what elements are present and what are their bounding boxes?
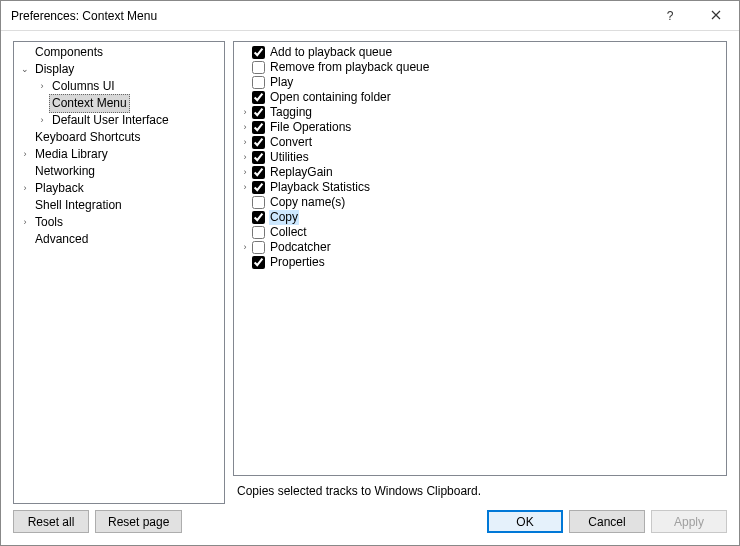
- tree-item[interactable]: Networking: [18, 163, 224, 180]
- tree-item-label: Tools: [32, 214, 66, 231]
- menu-item-checkbox[interactable]: [252, 181, 265, 194]
- menu-item-checkbox[interactable]: [252, 46, 265, 59]
- menu-item-label: Tagging: [269, 105, 313, 120]
- menu-item-label: ReplayGain: [269, 165, 334, 180]
- menu-item[interactable]: ›Utilities: [238, 150, 726, 165]
- chevron-down-icon[interactable]: ⌄: [18, 61, 32, 78]
- menu-item-label: Convert: [269, 135, 313, 150]
- menu-item-checkbox[interactable]: [252, 196, 265, 209]
- menu-item-checkbox[interactable]: [252, 211, 265, 224]
- chevron-right-icon[interactable]: ›: [18, 146, 32, 163]
- chevron-right-icon[interactable]: ›: [238, 135, 252, 150]
- help-button[interactable]: ?: [647, 1, 693, 31]
- chevron-right-icon[interactable]: ›: [238, 120, 252, 135]
- window-title: Preferences: Context Menu: [11, 9, 157, 23]
- menu-item-checkbox[interactable]: [252, 91, 265, 104]
- menu-item-checkbox[interactable]: [252, 151, 265, 164]
- cancel-button[interactable]: Cancel: [569, 510, 645, 533]
- menu-item[interactable]: Remove from playback queue: [238, 60, 726, 75]
- button-bar: Reset all Reset page OK Cancel Apply: [1, 504, 739, 545]
- menu-item-label: Collect: [269, 225, 308, 240]
- menu-item-checkbox[interactable]: [252, 106, 265, 119]
- menu-item-checkbox[interactable]: [252, 121, 265, 134]
- menu-item-checkbox[interactable]: [252, 256, 265, 269]
- settings-column: Add to playback queueRemove from playbac…: [233, 41, 727, 504]
- menu-item[interactable]: Properties: [238, 255, 726, 270]
- content-area: Components⌄Display›Columns UIContext Men…: [1, 31, 739, 504]
- chevron-right-icon[interactable]: ›: [238, 240, 252, 255]
- apply-button[interactable]: Apply: [651, 510, 727, 533]
- menu-item[interactable]: Copy name(s): [238, 195, 726, 210]
- tree-item[interactable]: Keyboard Shortcuts: [18, 129, 224, 146]
- tree-item[interactable]: ›Tools: [18, 214, 224, 231]
- menu-item[interactable]: Open containing folder: [238, 90, 726, 105]
- tree-item-label: Media Library: [32, 146, 111, 163]
- chevron-right-icon[interactable]: ›: [35, 78, 49, 95]
- chevron-right-icon[interactable]: ›: [18, 180, 32, 197]
- menu-item-label: Properties: [269, 255, 326, 270]
- nav-tree-pane[interactable]: Components⌄Display›Columns UIContext Men…: [13, 41, 225, 504]
- menu-list-pane[interactable]: Add to playback queueRemove from playbac…: [233, 41, 727, 476]
- menu-item-label: Playback Statistics: [269, 180, 371, 195]
- menu-item[interactable]: Collect: [238, 225, 726, 240]
- nav-tree: Components⌄Display›Columns UIContext Men…: [14, 44, 224, 248]
- menu-item-label: Add to playback queue: [269, 45, 393, 60]
- chevron-right-icon[interactable]: ›: [238, 165, 252, 180]
- menu-item[interactable]: Add to playback queue: [238, 45, 726, 60]
- tree-item-label: Shell Integration: [32, 197, 125, 214]
- menu-item-label: Podcatcher: [269, 240, 332, 255]
- menu-item-checkbox[interactable]: [252, 166, 265, 179]
- menu-list: Add to playback queueRemove from playbac…: [234, 45, 726, 270]
- menu-item[interactable]: Play: [238, 75, 726, 90]
- chevron-right-icon[interactable]: ›: [238, 180, 252, 195]
- menu-item-checkbox[interactable]: [252, 241, 265, 254]
- tree-item[interactable]: Advanced: [18, 231, 224, 248]
- menu-item-checkbox[interactable]: [252, 226, 265, 239]
- menu-item-label: Open containing folder: [269, 90, 392, 105]
- reset-all-button[interactable]: Reset all: [13, 510, 89, 533]
- tree-item-label: Advanced: [32, 231, 91, 248]
- tree-item[interactable]: ›Columns UI: [35, 78, 224, 95]
- tree-item[interactable]: Context Menu: [35, 95, 224, 112]
- menu-item-checkbox[interactable]: [252, 136, 265, 149]
- tree-item-label: Display: [32, 61, 77, 78]
- menu-item[interactable]: Copy: [238, 210, 726, 225]
- menu-item-label: Copy name(s): [269, 195, 346, 210]
- chevron-right-icon[interactable]: ›: [238, 105, 252, 120]
- close-icon: [711, 9, 721, 23]
- menu-item-label: Play: [269, 75, 294, 90]
- menu-item-label: File Operations: [269, 120, 352, 135]
- tree-item-label: Networking: [32, 163, 98, 180]
- chevron-right-icon[interactable]: ›: [238, 150, 252, 165]
- tree-item[interactable]: ›Playback: [18, 180, 224, 197]
- ok-button[interactable]: OK: [487, 510, 563, 533]
- tree-item[interactable]: ›Default User Interface: [35, 112, 224, 129]
- menu-item-label: Copy: [269, 210, 299, 225]
- tree-item-label: Playback: [32, 180, 87, 197]
- tree-item-label: Columns UI: [49, 78, 118, 95]
- help-icon: ?: [667, 9, 674, 23]
- menu-item[interactable]: ›Convert: [238, 135, 726, 150]
- menu-item-label: Utilities: [269, 150, 310, 165]
- menu-item[interactable]: ›Tagging: [238, 105, 726, 120]
- menu-item-label: Remove from playback queue: [269, 60, 430, 75]
- menu-item[interactable]: ›Podcatcher: [238, 240, 726, 255]
- menu-item-checkbox[interactable]: [252, 76, 265, 89]
- tree-item[interactable]: Shell Integration: [18, 197, 224, 214]
- tree-item[interactable]: ⌄Display›Columns UIContext Menu›Default …: [18, 61, 224, 129]
- menu-item-checkbox[interactable]: [252, 61, 265, 74]
- description-text: Copies selected tracks to Windows Clipbo…: [233, 476, 727, 504]
- menu-item[interactable]: ›File Operations: [238, 120, 726, 135]
- close-button[interactable]: [693, 1, 739, 31]
- chevron-right-icon[interactable]: ›: [18, 214, 32, 231]
- menu-item[interactable]: ›ReplayGain: [238, 165, 726, 180]
- tree-item[interactable]: ›Media Library: [18, 146, 224, 163]
- title-bar: Preferences: Context Menu ?: [1, 1, 739, 31]
- tree-item[interactable]: Components: [18, 44, 224, 61]
- tree-item-label: Keyboard Shortcuts: [32, 129, 143, 146]
- menu-item[interactable]: ›Playback Statistics: [238, 180, 726, 195]
- tree-item-label: Components: [32, 44, 106, 61]
- tree-item-label: Default User Interface: [49, 112, 172, 129]
- chevron-right-icon[interactable]: ›: [35, 112, 49, 129]
- reset-page-button[interactable]: Reset page: [95, 510, 182, 533]
